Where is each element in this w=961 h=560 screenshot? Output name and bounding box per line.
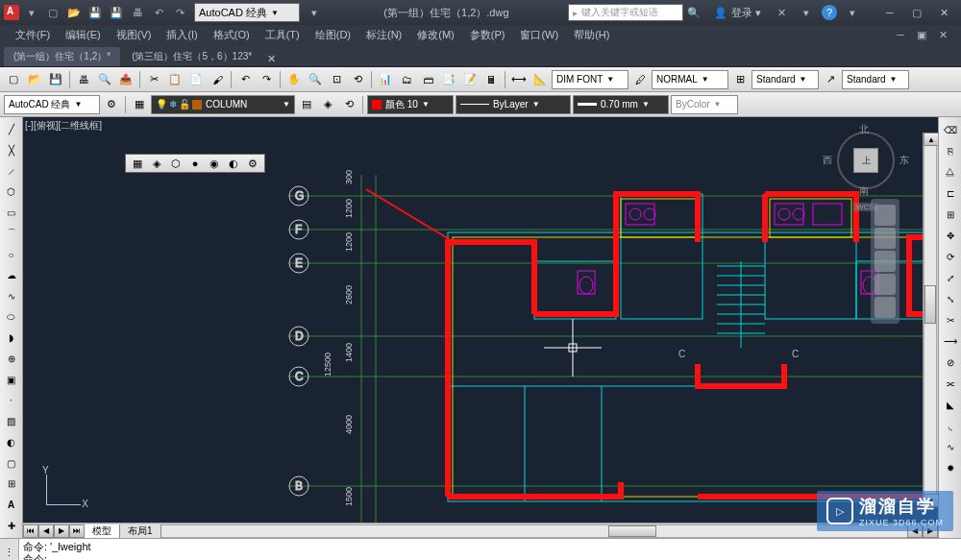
new-tab-button[interactable]: ✕ — [263, 51, 279, 66]
menu-window[interactable]: 窗口(W) — [512, 28, 566, 42]
save-btn[interactable]: 💾 — [46, 70, 65, 89]
viewcube-top[interactable]: 上 — [853, 148, 878, 173]
color-dropdown[interactable]: 颜色 10▼ — [367, 95, 454, 114]
erase-icon[interactable]: ⌫ — [941, 120, 960, 139]
menu-file[interactable]: 文件(F) — [8, 28, 58, 42]
xline-icon[interactable]: ╳ — [2, 141, 21, 160]
maximize-button[interactable]: ▢ — [903, 3, 930, 22]
rotate-icon[interactable]: ⟳ — [941, 247, 960, 266]
designcenter-btn[interactable]: 🗂 — [397, 70, 416, 89]
text-style-icon[interactable]: 🖊 — [630, 70, 650, 89]
ellipse-icon[interactable]: ⬭ — [2, 307, 21, 327]
multileader-icon[interactable]: ↗ — [821, 70, 840, 89]
workspace-gear-icon[interactable]: ⚙ — [102, 95, 121, 114]
command-input[interactable]: 命令: '_lweight 命令: — [19, 539, 961, 560]
login-button[interactable]: 👤登录 ▾ — [708, 6, 767, 20]
menu-dim[interactable]: 标注(N) — [358, 28, 409, 42]
circle-icon[interactable]: ○ — [2, 245, 21, 264]
mleaderstyle-dropdown[interactable]: Standard▼ — [842, 70, 909, 89]
layer-state-btn[interactable]: ▤ — [297, 95, 316, 114]
menu-edit[interactable]: 编辑(E) — [58, 28, 109, 42]
ucs-icon[interactable]: Y X — [42, 475, 81, 513]
zoom-prev-btn[interactable]: ⟲ — [348, 70, 367, 89]
qat-menu[interactable]: ▾ — [22, 3, 41, 22]
mtext-icon[interactable]: A — [2, 496, 21, 515]
workspace-dd-2[interactable]: AutoCAD 经典▼ — [4, 95, 100, 114]
mdi-close-button[interactable]: ✕ — [933, 25, 952, 44]
drawing-canvas[interactable]: [-][俯视][二维线框] ▦ ◈ ⬡ ● ◉ ◐ ⚙ — [23, 117, 938, 523]
lineweight-dropdown[interactable]: 0.70 mm▼ — [573, 95, 669, 114]
minimize-button[interactable]: ─ — [876, 3, 903, 22]
scale-icon[interactable]: ⤢ — [941, 268, 960, 287]
line-icon[interactable]: ╱ — [2, 120, 21, 139]
calc-btn[interactable]: 🖩 — [481, 70, 501, 89]
dim-linear-btn[interactable]: ⟷ — [509, 70, 529, 89]
horizontal-scrollbar[interactable] — [161, 524, 907, 538]
rectangle-icon[interactable]: ▭ — [2, 204, 21, 223]
file-tab-2[interactable]: (第三组）住宅（5，6）123* — [122, 47, 261, 66]
vertical-scrollbar[interactable]: ▲ ▼ — [923, 133, 938, 507]
zoom-btn[interactable]: 🔍 — [306, 70, 325, 89]
menu-help[interactable]: 帮助(H) — [566, 28, 617, 42]
tab-last-icon[interactable]: ⏭ — [69, 524, 85, 538]
mirror-icon[interactable]: ⧋ — [941, 162, 960, 182]
tab-first-icon[interactable]: ⏮ — [23, 524, 38, 538]
zoom-window-btn[interactable]: ⊡ — [327, 70, 346, 89]
addselected-icon[interactable]: ✚ — [2, 516, 21, 535]
paste-btn[interactable]: 📄 — [186, 70, 206, 89]
spline-icon[interactable]: ∿ — [2, 287, 21, 306]
tab-next-icon[interactable]: ▶ — [54, 524, 69, 538]
save-icon[interactable]: 💾 — [86, 3, 105, 22]
join-icon[interactable]: ⫘ — [941, 374, 960, 393]
preview-btn[interactable]: 🔍 — [95, 70, 114, 89]
chamfer-icon[interactable]: ◣ — [941, 395, 960, 414]
ellipse-arc-icon[interactable]: ◗ — [2, 329, 21, 348]
pan-btn[interactable]: ✋ — [284, 70, 304, 89]
copy-btn[interactable]: 📋 — [165, 70, 185, 89]
layer-dropdown[interactable]: 💡❄🔓 COLUMN▼ — [151, 95, 295, 114]
offset-icon[interactable]: ⊏ — [941, 183, 960, 203]
print-btn[interactable]: 🖶 — [74, 70, 93, 89]
point-icon[interactable]: · — [2, 391, 21, 410]
publish-btn[interactable]: 📤 — [116, 70, 136, 89]
viewcube[interactable]: 上 北 南 西 东 WCS — [832, 127, 899, 194]
undo-icon[interactable]: ↶ — [149, 3, 168, 22]
workspace-dropdown[interactable]: AutoCAD 经典 ▼ — [194, 3, 300, 22]
layer-props-btn[interactable]: ▦ — [130, 95, 149, 114]
table-style-icon[interactable]: ⊞ — [730, 70, 750, 89]
scroll-up-icon[interactable]: ▲ — [924, 133, 938, 146]
layout1-tab[interactable]: 布局1 — [120, 524, 161, 538]
fillet-icon[interactable]: ◟ — [941, 416, 960, 435]
explode-icon[interactable]: ✸ — [941, 458, 960, 477]
menu-format[interactable]: 格式(O) — [206, 28, 258, 42]
stretch-icon[interactable]: ⤡ — [941, 289, 960, 308]
cut-btn[interactable]: ✂ — [144, 70, 163, 89]
nav-orbit-icon[interactable] — [875, 274, 896, 295]
menu-param[interactable]: 参数(P) — [462, 28, 513, 42]
menu-draw[interactable]: 绘图(D) — [308, 28, 358, 42]
close-button[interactable]: ✕ — [930, 3, 957, 22]
mdi-restore-button[interactable]: ▣ — [912, 25, 931, 44]
menu-insert[interactable]: 插入(I) — [159, 28, 205, 42]
mdi-minimize-button[interactable]: ─ — [891, 25, 910, 44]
arc-icon[interactable]: ⌒ — [2, 225, 21, 244]
exchange-icon[interactable]: ✕ — [772, 3, 791, 22]
workspace-settings-icon[interactable]: ▾ — [305, 3, 324, 22]
plotstyle-dropdown[interactable]: ByColor▼ — [671, 95, 738, 114]
table-icon[interactable]: ⊞ — [2, 475, 21, 494]
model-tab[interactable]: 模型 — [85, 524, 120, 538]
nav-wheel-icon[interactable] — [875, 205, 896, 226]
tablestyle-dropdown[interactable]: Standard▼ — [752, 70, 819, 89]
region-icon[interactable]: ▢ — [2, 453, 21, 473]
search-input[interactable]: ▸ 键入关键字或短语 — [568, 4, 683, 21]
toolpalette-btn[interactable]: 🗃 — [418, 70, 437, 89]
copy-obj-icon[interactable]: ⎘ — [941, 141, 960, 160]
extend-icon[interactable]: ⟶ — [941, 331, 960, 351]
search-go-icon[interactable]: 🔍 — [684, 3, 703, 22]
layer-prev-btn[interactable]: ⟲ — [339, 95, 358, 114]
linetype-dropdown[interactable]: ByLayer▼ — [456, 95, 571, 114]
trim-icon[interactable]: ✂ — [941, 310, 960, 329]
help-icon[interactable]: ? — [822, 5, 837, 20]
insert-icon[interactable]: ⊕ — [2, 350, 21, 369]
textstyle-dropdown[interactable]: NORMAL▼ — [652, 70, 728, 89]
